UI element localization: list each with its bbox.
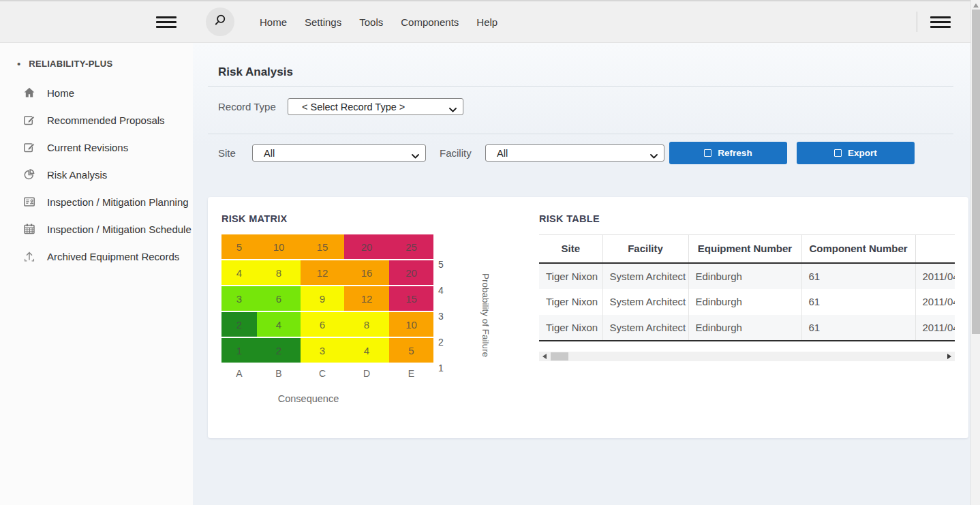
nav-item-settings[interactable]: Settings: [296, 11, 350, 33]
matrix-cell-C5[interactable]: 15: [301, 234, 344, 259]
column-header-facility: Facility: [602, 235, 688, 263]
risk-matrix-panel: RISK MATRIX 5101520254812162036912152468…: [221, 213, 515, 425]
column-header-component-number: Component Number: [801, 235, 915, 263]
risk-matrix-y-labels: 54321: [438, 251, 450, 381]
site-select[interactable]: All: [252, 144, 426, 162]
table-cell: Edinburgh: [688, 263, 801, 289]
matrix-cell-E3[interactable]: 15: [389, 286, 433, 311]
export-button-label: Export: [848, 148, 877, 158]
sidebar-item-label: Current Revisions: [47, 142, 128, 153]
main-content: Risk Analysis Record Type < Select Recor…: [193, 43, 980, 505]
nav-item-tools[interactable]: Tools: [350, 11, 392, 33]
matrix-cell-A2[interactable]: 2: [221, 312, 257, 337]
matrix-cell-E4[interactable]: 20: [389, 260, 433, 285]
sidebar-item-inspection-mitigation-planning[interactable]: Inspection / Mitigation Planning: [0, 188, 193, 215]
record-type-select[interactable]: < Select Record Type >: [288, 98, 463, 115]
calendar-icon: [22, 222, 37, 236]
nav-item-components[interactable]: Components: [392, 11, 468, 33]
scroll-right-arrow-icon[interactable]: [947, 354, 951, 359]
matrix-cell-A3[interactable]: 3: [221, 286, 257, 311]
nav-item-help[interactable]: Help: [468, 11, 506, 33]
risk-table-viewport: SiteFacilityEquipment NumberComponent Nu…: [539, 234, 955, 341]
matrix-x-label: C: [301, 368, 344, 379]
table-row[interactable]: Tiger NixonSystem ArchitectEdinburgh6120…: [539, 263, 955, 289]
id-card-icon: [22, 195, 37, 209]
matrix-cell-A5[interactable]: 5: [221, 234, 257, 259]
risk-table: SiteFacilityEquipment NumberComponent Nu…: [539, 234, 955, 341]
matrix-cell-C1[interactable]: 3: [301, 338, 344, 363]
divider: [208, 86, 953, 87]
sidebar-item-inspection-mitigation-schedule[interactable]: Inspection / Mitigation Schedule: [0, 215, 193, 243]
matrix-cell-C4[interactable]: 12: [301, 260, 344, 285]
brand-bullet: •: [17, 58, 20, 70]
table-cell: System Architect: [602, 263, 688, 289]
sidebar-item-label: Recommended Proposals: [47, 114, 165, 126]
sidebar-item-archived-equipment-records[interactable]: Archived Equipment Records: [0, 243, 193, 270]
matrix-cell-C3[interactable]: 9: [301, 286, 344, 311]
column-header-equipment-number: Equipment Number: [688, 235, 801, 263]
sidebar-item-risk-analysis[interactable]: Risk Analysis: [0, 161, 193, 188]
brand-name: RELIABILITY-PLUS: [29, 59, 112, 69]
table-cell: Tiger Nixon: [539, 289, 602, 315]
matrix-cell-B1[interactable]: 2: [257, 338, 301, 363]
matrix-cell-E5[interactable]: 25: [389, 234, 433, 259]
scroll-up-arrow-icon[interactable]: [973, 3, 979, 7]
matrix-x-label: A: [221, 368, 257, 379]
scroll-left-arrow-icon[interactable]: [542, 354, 547, 359]
table-cell: System Architect: [602, 289, 688, 315]
horizontal-scrollbar-thumb[interactable]: [551, 352, 568, 361]
upload-icon: [22, 249, 37, 263]
matrix-cell-A4[interactable]: 4: [221, 260, 257, 285]
matrix-cell-D5[interactable]: 20: [344, 234, 389, 259]
edit-icon: [22, 140, 37, 154]
table-horizontal-scrollbar[interactable]: [539, 352, 955, 361]
sidebar-item-label: Risk Analysis: [47, 169, 107, 181]
risk-matrix-x-labels: ABCDE: [221, 368, 515, 379]
matrix-cell-C2[interactable]: 6: [301, 312, 344, 337]
matrix-y-label: 1: [438, 355, 450, 381]
matrix-cell-B3[interactable]: 6: [257, 286, 301, 311]
facility-select[interactable]: All: [485, 144, 664, 162]
sidebar-item-recommended-proposals[interactable]: Recommended Proposals: [0, 106, 193, 134]
matrix-cell-A1[interactable]: 1: [221, 338, 257, 363]
sidebar-toggle-hamburger-icon[interactable]: [156, 16, 177, 28]
options-hamburger-icon[interactable]: [930, 16, 951, 28]
sidebar-item-label: Inspection / Mitigation Schedule: [47, 224, 192, 235]
export-button[interactable]: Export: [797, 142, 915, 164]
matrix-cell-B5[interactable]: 10: [257, 234, 301, 259]
sidebar-item-home[interactable]: Home: [0, 79, 193, 106]
nav-item-home[interactable]: Home: [251, 11, 296, 33]
sidebar-item-label: Home: [47, 87, 74, 99]
table-cell: 2011/04/: [915, 289, 955, 315]
table-row[interactable]: Tiger NixonSystem ArchitectEdinburgh6120…: [539, 315, 955, 341]
matrix-y-label: 3: [438, 303, 450, 329]
pie-chart-icon: [22, 168, 37, 181]
matrix-cell-D4[interactable]: 16: [344, 260, 389, 285]
matrix-cell-B4[interactable]: 8: [257, 260, 301, 285]
facility-label: Facility: [440, 147, 477, 159]
sidebar-item-current-revisions[interactable]: Current Revisions: [0, 134, 193, 161]
vertical-scrollbar-thumb[interactable]: [972, 10, 980, 334]
refresh-button[interactable]: Refresh: [669, 142, 787, 164]
matrix-cell-B2[interactable]: 4: [257, 312, 301, 337]
risk-matrix-grid: 51015202548121620369121524681012345: [221, 234, 515, 363]
page-vertical-scrollbar[interactable]: [970, 0, 980, 505]
matrix-cell-D1[interactable]: 4: [344, 338, 389, 363]
record-type-row: Record Type < Select Record Type >: [218, 98, 980, 115]
refresh-button-label: Refresh: [718, 148, 752, 158]
search-button[interactable]: [206, 7, 234, 36]
matrix-cell-E2[interactable]: 10: [389, 312, 433, 337]
sidebar-item-label: Archived Equipment Records: [47, 251, 179, 262]
table-row[interactable]: Tiger NixonSystem ArchitectEdinburgh6120…: [539, 289, 955, 315]
chevron-down-icon: [412, 150, 419, 162]
column-header-ap1: AP1: [915, 235, 955, 263]
matrix-cell-E1[interactable]: 5: [389, 338, 433, 363]
risk-matrix-x-axis-title: Consequence: [202, 393, 414, 404]
matrix-y-label: 4: [438, 277, 450, 303]
chevron-down-icon: [650, 150, 658, 162]
edit-icon: [22, 113, 37, 127]
matrix-x-label: B: [257, 368, 301, 379]
matrix-cell-D3[interactable]: 12: [344, 286, 389, 311]
matrix-cell-D2[interactable]: 8: [344, 312, 389, 337]
table-cell: 2011/04/: [915, 315, 955, 341]
